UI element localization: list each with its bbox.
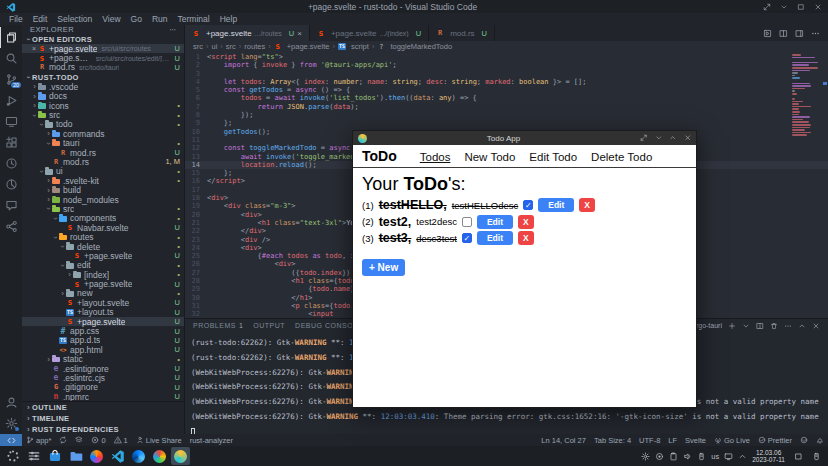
taskbar-vscode[interactable] bbox=[108, 447, 127, 465]
status-feedback[interactable] bbox=[796, 434, 812, 446]
todo-shade-icon[interactable] bbox=[655, 134, 663, 142]
open-editor-item[interactable]: ×s+page.sveltesrc/ui/src/routesU bbox=[22, 44, 184, 53]
editor-tab[interactable]: s+page.svelte.../(index)U bbox=[310, 25, 429, 41]
section-outline[interactable]: ›OUTLINE bbox=[22, 402, 184, 413]
activity-remote-explorer[interactable] bbox=[0, 111, 22, 132]
tree-item[interactable]: ›build bbox=[22, 185, 184, 194]
taskbar-browser[interactable] bbox=[129, 447, 148, 465]
clock[interactable]: 12.03.062023-07-11 bbox=[752, 449, 785, 463]
activity-settings[interactable] bbox=[0, 413, 22, 434]
menu-file[interactable]: File bbox=[4, 14, 28, 24]
tree-item[interactable]: #app.cssU bbox=[22, 326, 184, 335]
tree-item[interactable]: ›edit• bbox=[22, 261, 184, 270]
status-go-live[interactable]: Go Live bbox=[710, 434, 754, 446]
tree-item[interactable]: TS+layout.tsU bbox=[22, 308, 184, 317]
tray-tray-settings[interactable] bbox=[641, 452, 650, 461]
editor-action-split-icon[interactable] bbox=[779, 29, 788, 38]
open-editor-item[interactable]: s+page.sveltesrc/ui/src/routes/edit/[ind… bbox=[22, 53, 184, 62]
new-todo-button[interactable]: + New bbox=[362, 259, 405, 276]
todo-restore-icon[interactable] bbox=[640, 134, 648, 142]
tree-item[interactable]: ›routes• bbox=[22, 232, 184, 241]
menu-edit[interactable]: Edit bbox=[28, 14, 53, 24]
tree-item[interactable]: ›tauri• bbox=[22, 139, 184, 148]
window-restore-icon[interactable] bbox=[763, 3, 771, 11]
status-language-mode[interactable]: Svelte bbox=[681, 434, 710, 446]
activity-timeline[interactable] bbox=[0, 153, 22, 174]
taskbar-app-grid[interactable] bbox=[150, 447, 169, 465]
menu-terminal[interactable]: Terminal bbox=[173, 14, 215, 24]
activity-live-share[interactable] bbox=[0, 216, 22, 237]
close-tab-icon[interactable]: × bbox=[297, 29, 302, 38]
nav-edit-todo[interactable]: Edit Todo bbox=[529, 151, 577, 163]
tree-item[interactable]: ›node_modules bbox=[22, 195, 184, 204]
breadcrumb-item[interactable]: src bbox=[193, 42, 203, 51]
status-sync[interactable] bbox=[55, 434, 71, 446]
project-root-header[interactable]: ›RUST-TODO bbox=[22, 72, 184, 82]
status-encoding[interactable]: UTF-8 bbox=[635, 434, 664, 446]
tree-item[interactable]: ›src• bbox=[22, 204, 184, 213]
todo-marked-checkbox[interactable] bbox=[462, 217, 472, 227]
taskbar-file-manager[interactable] bbox=[66, 447, 85, 465]
todo-marked-checkbox[interactable]: ✓ bbox=[523, 200, 533, 210]
nav-todos[interactable]: Todos bbox=[420, 151, 451, 163]
menu-selection[interactable]: Selection bbox=[52, 14, 97, 24]
status-branch[interactable]: app* bbox=[22, 434, 55, 446]
tree-item[interactable]: ›commands bbox=[22, 129, 184, 138]
tree-item[interactable]: ›new• bbox=[22, 289, 184, 298]
taskbar-firefox[interactable] bbox=[87, 447, 106, 465]
delete-todo-button[interactable]: X bbox=[518, 231, 534, 245]
status-errors[interactable]: 0 bbox=[87, 434, 109, 446]
delete-todo-button[interactable]: X bbox=[579, 198, 595, 212]
window-maximize-icon[interactable] bbox=[797, 3, 805, 11]
nav-delete-todo[interactable]: Delete Todo bbox=[591, 151, 652, 163]
status-rust-analyzer[interactable]: rust-analyzer bbox=[186, 434, 237, 446]
panel-maximize-icon[interactable] bbox=[798, 322, 806, 330]
panel-tab-problems[interactable]: PROBLEMS1 bbox=[193, 319, 243, 332]
tree-item[interactable]: ›src• bbox=[22, 110, 184, 119]
open-editor-item[interactable]: Rmod.rssrc/todo/tauriU bbox=[22, 63, 184, 72]
edit-todo-button[interactable]: Edit bbox=[538, 198, 574, 212]
vscode-titlebar[interactable]: +page.svelte - rust-todo - Visual Studio… bbox=[0, 0, 828, 13]
breadcrumb-item[interactable]: TSscript bbox=[338, 42, 369, 51]
menu-view[interactable]: View bbox=[97, 14, 125, 24]
editor-action-layout-icon[interactable] bbox=[795, 29, 804, 38]
activity-run-and-debug[interactable] bbox=[0, 90, 22, 111]
menu-help[interactable]: Help bbox=[215, 14, 242, 24]
tree-item[interactable]: s+layout.svelteU bbox=[22, 298, 184, 307]
section-rust-dependencies[interactable]: ›RUST DEPENDENCIES bbox=[22, 424, 184, 434]
tree-item[interactable]: ›[index]• bbox=[22, 270, 184, 279]
open-editors-header[interactable]: ›OPEN EDITORS bbox=[22, 34, 184, 44]
close-editor-icon[interactable]: × bbox=[30, 45, 38, 52]
terminal-dropdown-icon[interactable] bbox=[742, 322, 750, 330]
panel-tab-output[interactable]: OUTPUT bbox=[253, 319, 285, 332]
tray-keyboard-layout[interactable]: us bbox=[711, 452, 719, 461]
tree-item[interactable]: ›docs bbox=[22, 92, 184, 101]
panel-more-icon[interactable] bbox=[784, 322, 792, 330]
activity-source-control[interactable]: 20 bbox=[0, 69, 22, 90]
tree-item[interactable]: s+page.svelteU bbox=[22, 251, 184, 260]
minimap[interactable] bbox=[792, 54, 820, 137]
tree-item[interactable]: <>app.htmlU bbox=[22, 345, 184, 354]
activity-comments[interactable] bbox=[0, 195, 22, 216]
explorer-more-icon[interactable] bbox=[169, 26, 177, 34]
section-timeline[interactable]: ›TIMELINE bbox=[22, 413, 184, 424]
breadcrumb-item[interactable]: src bbox=[226, 42, 236, 51]
window-close-icon[interactable] bbox=[814, 3, 822, 11]
menu-go[interactable]: Go bbox=[126, 14, 147, 24]
tree-item[interactable]: ›.vscode bbox=[22, 82, 184, 91]
activity-gitlens[interactable] bbox=[0, 174, 22, 195]
window-shade-icon[interactable] bbox=[780, 3, 788, 11]
tray-volume[interactable] bbox=[683, 452, 692, 461]
activity-extensions[interactable] bbox=[0, 132, 22, 153]
editor-tab[interactable]: s+page.svelte.../routesU× bbox=[185, 25, 310, 41]
tree-item[interactable]: e.eslintrc.cjsU bbox=[22, 373, 184, 382]
status-notifications[interactable] bbox=[812, 434, 828, 446]
taskbar-software-store[interactable] bbox=[45, 447, 64, 465]
status-indentation[interactable]: Tab Size: 4 bbox=[590, 434, 635, 446]
status-live-share[interactable]: Live Share bbox=[132, 434, 186, 446]
kill-terminal-icon[interactable] bbox=[770, 322, 778, 330]
editor-action-runbox-icon[interactable] bbox=[763, 29, 772, 38]
breadcrumb-item[interactable]: ?toggleMarkedTodo bbox=[377, 42, 452, 51]
breadcrumb-item[interactable]: routes bbox=[244, 42, 265, 51]
taskbar-tauri-app[interactable] bbox=[171, 447, 190, 465]
